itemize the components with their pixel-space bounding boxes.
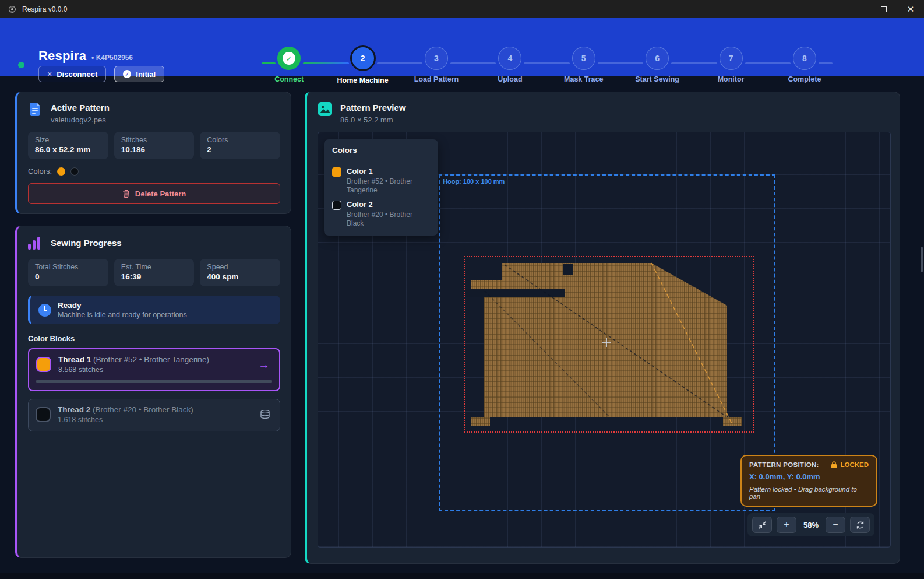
- step-complete[interactable]: 8 Complete: [768, 47, 841, 85]
- color-blocks-label: Color Blocks: [28, 334, 280, 343]
- stepper-connector: [262, 62, 276, 64]
- lock-state-label: LOCKED: [840, 461, 869, 468]
- stepper-connector: [745, 62, 791, 64]
- preview-canvas[interactable]: Hoop: 100 x 100 mm: [318, 132, 891, 548]
- app-window: Respira v0.0.0 ✕ Respira • K4P502956 × D…: [0, 0, 924, 579]
- stat-colors: Colors 2: [200, 132, 280, 159]
- step-circle: 5: [572, 47, 595, 70]
- step-upload[interactable]: 4 Upload: [473, 47, 546, 85]
- thread1-detail: (Brother #52 • Brother Tangerine): [93, 355, 209, 364]
- initial-button[interactable]: ✓ Initial: [114, 66, 164, 82]
- fit-to-screen-button[interactable]: [752, 517, 772, 533]
- stat-label: Colors: [207, 136, 273, 144]
- status-title: Ready: [58, 301, 187, 310]
- maximize-icon: [881, 6, 887, 12]
- color-dot-2: [70, 167, 79, 176]
- thread2-stitches: 1.618 stitches: [58, 416, 253, 424]
- hoop-label: Hoop: 100 x 100 mm: [443, 178, 505, 185]
- step-label: Complete: [788, 75, 821, 83]
- center-crosshair-icon: [602, 338, 611, 347]
- machine-serial: • K4P502956: [91, 54, 133, 62]
- scrollbar-thumb[interactable]: [921, 247, 923, 272]
- step-home-machine[interactable]: 2 Home Machine: [326, 47, 399, 85]
- thread1-progress-bar: [36, 380, 272, 383]
- image-icon: [318, 101, 333, 117]
- stepper-connector: [450, 62, 496, 64]
- stat-label: Total Stitches: [35, 263, 101, 271]
- thread2-detail: (Brother #20 • Brother Black): [93, 405, 193, 414]
- stepper-connector: [303, 62, 349, 64]
- colors-label: Colors:: [28, 167, 52, 176]
- stat-size: Size 86.0 x 52.2 mm: [28, 132, 108, 159]
- pattern-position-overlay: PATTERN POSITION: LOCKED X: 0.0mm, Y: 0.…: [740, 455, 877, 507]
- position-label: PATTERN POSITION:: [749, 461, 819, 468]
- step-circle: 3: [425, 47, 448, 70]
- plus-icon: +: [784, 520, 789, 530]
- bottom-edge: [0, 573, 924, 579]
- legend-color-detail: Brother #52 • Brother Tangerine: [347, 177, 430, 195]
- stat-value: 16:39: [121, 272, 188, 281]
- legend-swatch-1: [332, 167, 341, 177]
- stepper-connector: [377, 62, 422, 64]
- initial-check-icon: ✓: [123, 70, 131, 78]
- step-label: Monitor: [718, 75, 745, 83]
- step-monitor[interactable]: 7 Monitor: [694, 47, 767, 85]
- disconnect-button[interactable]: × Disconnect: [38, 66, 106, 82]
- close-button[interactable]: ✕: [897, 0, 924, 18]
- file-icon: [28, 101, 43, 117]
- stat-value: 10.186: [121, 145, 188, 154]
- legend-item-color1: Color 1 Brother #52 • Brother Tangerine: [332, 167, 430, 195]
- step-circle: 4: [498, 47, 521, 70]
- titlebar: Respira v0.0.0 ✕: [0, 0, 924, 18]
- step-label: Start Sewing: [635, 75, 679, 83]
- step-circle: 8: [793, 47, 816, 70]
- step-circle: 6: [646, 47, 669, 70]
- thread2-name: Thread 2: [58, 405, 90, 414]
- zoom-in-button[interactable]: +: [777, 517, 796, 533]
- machine-status-banner: Ready Machine is idle and ready for oper…: [28, 296, 280, 324]
- thread-block-2[interactable]: Thread 2 (Brother #20 • Brother Black) 1…: [28, 399, 280, 431]
- thread1-stitches: 8.568 stitches: [58, 366, 251, 374]
- colors-legend: Colors Color 1 Brother #52 • Brother Tan…: [324, 139, 438, 236]
- pan-hint: Pattern locked • Drag background to pan: [749, 486, 869, 500]
- step-connect[interactable]: ✓ Connect: [252, 47, 326, 85]
- refresh-icon: [856, 521, 865, 529]
- minimize-button[interactable]: [844, 0, 870, 18]
- legend-title: Colors: [332, 146, 430, 155]
- stat-label: Speed: [207, 263, 273, 271]
- window-title: Respira v0.0.0: [22, 5, 67, 13]
- legend-swatch-2: [332, 201, 341, 210]
- initial-label: Initial: [136, 70, 156, 79]
- zoom-out-button[interactable]: −: [826, 517, 845, 533]
- active-pattern-title: Active Pattern: [51, 101, 110, 113]
- sewing-progress-title: Sewing Progress: [51, 236, 122, 250]
- app-name: Respira: [38, 48, 86, 64]
- thread-block-1[interactable]: Thread 1 (Brother #52 • Brother Tangerin…: [28, 348, 280, 391]
- legend-color-name: Color 2: [347, 200, 430, 209]
- close-icon: ✕: [907, 5, 915, 13]
- delete-pattern-button[interactable]: Delete Pattern: [28, 183, 280, 204]
- legend-color-name: Color 1: [347, 167, 430, 176]
- stat-est-time: Est. Time 16:39: [114, 259, 195, 286]
- clock-icon: [38, 304, 51, 317]
- step-circle-done: ✓: [277, 47, 301, 70]
- stat-value: 400 spm: [207, 272, 273, 281]
- step-mask-trace[interactable]: 5 Mask Trace: [547, 47, 620, 85]
- step-start-sewing[interactable]: 6 Start Sewing: [620, 47, 694, 85]
- preview-dimensions: 86.0 × 52.2 mm: [340, 115, 406, 124]
- stack-icon: [260, 410, 273, 419]
- stat-value: 0: [35, 272, 101, 281]
- stepper-connector: [598, 62, 643, 64]
- trash-icon: [122, 190, 130, 198]
- stepper-connector: [819, 62, 833, 64]
- step-label: Home Machine: [337, 76, 388, 85]
- zoom-toolbar: + 58% −: [747, 513, 874, 536]
- stat-value: 86.0 x 52.2 mm: [35, 145, 101, 154]
- app-icon: [8, 5, 17, 14]
- step-label: Load Pattern: [414, 75, 459, 83]
- step-load-pattern[interactable]: 3 Load Pattern: [400, 47, 473, 85]
- lock-icon: [831, 461, 837, 468]
- stat-speed: Speed 400 spm: [200, 259, 280, 286]
- reset-view-button[interactable]: [850, 517, 870, 533]
- maximize-button[interactable]: [870, 0, 897, 18]
